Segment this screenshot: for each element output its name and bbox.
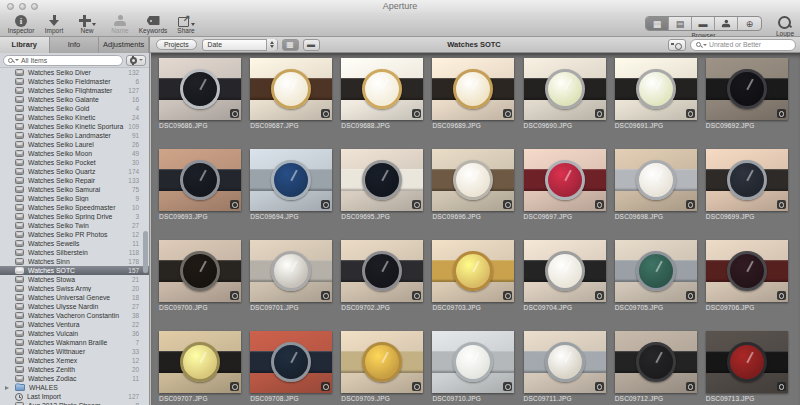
- sidebar-item-watches-ventura[interactable]: Watches Ventura 22: [0, 320, 149, 329]
- sidebar-item-watches-stowa[interactable]: Watches Stowa 21: [0, 275, 149, 284]
- sidebar-item-watches-seiko-kinetic[interactable]: Watches Seiko Kinetic 24: [0, 113, 149, 122]
- sidebar-item-watches-seiko-kinetic-sportura[interactable]: Watches Seiko Kinetic Sportura 109: [0, 122, 149, 131]
- photo-badge-icon[interactable]: [686, 200, 695, 209]
- photo-thumbnail[interactable]: [432, 331, 514, 393]
- projects-button[interactable]: Projects: [156, 39, 197, 50]
- sidebar-item-watches-seiko-pr-photos[interactable]: Watches Seiko PR Photos 12: [0, 230, 149, 239]
- photo-thumbnail[interactable]: [250, 149, 332, 211]
- sidebar-item-watches-seiko-samurai[interactable]: Watches Seiko Samurai 75: [0, 185, 149, 194]
- sidebar-item-watches-sotc[interactable]: Watches SOTC 157: [0, 266, 149, 275]
- photo-thumbnail[interactable]: [432, 58, 514, 120]
- sidebar-item-watches-wittnauer[interactable]: Watches Wittnauer 33: [0, 347, 149, 356]
- list-view-toggle[interactable]: ▬: [303, 39, 320, 51]
- photo-badge-icon[interactable]: [412, 200, 421, 209]
- sidebar-item-watches-seiko-speedmaster[interactable]: Watches Seiko Speedmaster 10: [0, 203, 149, 212]
- photo-thumbnail[interactable]: [250, 58, 332, 120]
- photo-badge-icon[interactable]: [503, 200, 512, 209]
- sidebar-item-watches-sewells[interactable]: Watches Sewells 11: [0, 239, 149, 248]
- photo-thumbnail[interactable]: [341, 240, 423, 302]
- photo-thumbnail[interactable]: [250, 240, 332, 302]
- sidebar-item-watches-xemex[interactable]: Watches Xemex 12: [0, 356, 149, 365]
- sidebar-item-watches-sinn[interactable]: Watches Sinn 178: [0, 257, 149, 266]
- photo-badge-icon[interactable]: [321, 291, 330, 300]
- photo-thumbnail[interactable]: [159, 240, 241, 302]
- sidebar-item-watches-vacheron-constantin[interactable]: Watches Vacheron Constantin 38: [0, 311, 149, 320]
- tab-library[interactable]: Library: [0, 37, 50, 53]
- photo-badge-icon[interactable]: [503, 291, 512, 300]
- sidebar-item-watches-seiko-twin[interactable]: Watches Seiko Twin 27: [0, 221, 149, 230]
- photo-thumbnail[interactable]: [615, 58, 697, 120]
- photo-thumbnail[interactable]: [615, 331, 697, 393]
- photo-badge-icon[interactable]: [503, 382, 512, 391]
- photo-thumbnail[interactable]: [706, 240, 788, 302]
- photo-badge-icon[interactable]: [230, 291, 239, 300]
- sidebar-item-watches-zodiac[interactable]: Watches Zodiac 11: [0, 374, 149, 383]
- photo-thumbnail[interactable]: [341, 331, 423, 393]
- viewer-view-button[interactable]: ▬: [692, 17, 715, 30]
- photo-badge-icon[interactable]: [777, 200, 786, 209]
- photo-badge-icon[interactable]: [321, 382, 330, 391]
- photo-badge-icon[interactable]: [230, 382, 239, 391]
- sidebar-item-watches-seiko-quartz[interactable]: Watches Seiko Quartz 174: [0, 167, 149, 176]
- sidebar-item-watches-seiko-fieldmaster[interactable]: Watches Seiko Fieldmaster 6: [0, 77, 149, 86]
- photo-thumbnail[interactable]: [615, 149, 697, 211]
- sidebar-item-whales[interactable]: WHALES: [0, 383, 149, 392]
- sidebar-item-watches-seiko-gold[interactable]: Watches Seiko Gold 4: [0, 104, 149, 113]
- sidebar-item-watches-seiko-flightmaster[interactable]: Watches Seiko Flightmaster 127: [0, 86, 149, 95]
- sidebar-item-watches-wakmann-braille[interactable]: Watches Wakmann Braille 7: [0, 338, 149, 347]
- library-search-field[interactable]: All Items: [3, 55, 123, 66]
- sidebar-item-watches-seiko-pocket[interactable]: Watches Seiko Pocket 30: [0, 158, 149, 167]
- photo-thumbnail[interactable]: [706, 149, 788, 211]
- sidebar-item-watches-zenith[interactable]: Watches Zenith 20: [0, 365, 149, 374]
- new-button[interactable]: New: [72, 14, 102, 34]
- photo-badge-icon[interactable]: [412, 109, 421, 118]
- tab-info[interactable]: Info: [50, 37, 100, 53]
- photo-thumbnail[interactable]: [341, 58, 423, 120]
- tab-adjustments[interactable]: Adjustments: [99, 37, 149, 53]
- photo-thumbnail[interactable]: [706, 58, 788, 120]
- sidebar-item-watches-vulcain[interactable]: Watches Vulcain 36: [0, 329, 149, 338]
- sidebar-item-watches-seiko-diver[interactable]: Watches Seiko Diver 132: [0, 68, 149, 77]
- sidebar-item-watches-seiko-moon[interactable]: Watches Seiko Moon 49: [0, 149, 149, 158]
- photo-badge-icon[interactable]: [595, 382, 604, 391]
- sidebar-item-watches-seiko-spring-drive[interactable]: Watches Seiko Spring Drive 3: [0, 212, 149, 221]
- sidebar-item-watches-seiko-repair[interactable]: Watches Seiko Repair 133: [0, 176, 149, 185]
- photo-thumbnail[interactable]: [524, 331, 606, 393]
- minimize-window-button[interactable]: [19, 3, 26, 10]
- loupe-button[interactable]: Loupe: [776, 16, 794, 37]
- photo-badge-icon[interactable]: [777, 382, 786, 391]
- photo-badge-icon[interactable]: [595, 109, 604, 118]
- disclosure-triangle-icon[interactable]: [5, 386, 9, 390]
- photo-badge-icon[interactable]: [412, 291, 421, 300]
- photo-thumbnail[interactable]: [432, 240, 514, 302]
- photo-badge-icon[interactable]: [777, 109, 786, 118]
- sidebar-action-button[interactable]: [126, 55, 146, 66]
- grid-view-toggle[interactable]: ▦: [282, 39, 299, 51]
- rating-search-field[interactable]: Unrated or Better: [690, 39, 796, 51]
- photo-thumbnail[interactable]: [706, 331, 788, 393]
- sidebar-item-watches-swiss-army[interactable]: Watches Swiss Army 20: [0, 284, 149, 293]
- photo-thumbnail[interactable]: [524, 58, 606, 120]
- photo-badge-icon[interactable]: [230, 200, 239, 209]
- photo-thumbnail[interactable]: [159, 149, 241, 211]
- photo-thumbnail[interactable]: [159, 331, 241, 393]
- photo-badge-icon[interactable]: [686, 109, 695, 118]
- photo-badge-icon[interactable]: [595, 291, 604, 300]
- sidebar-item-aug-2012-photo-stream[interactable]: Aug 2012 Photo Stream 8: [0, 401, 149, 405]
- sidebar-item-watches-seiko-landmaster[interactable]: Watches Seiko Landmaster 91: [0, 131, 149, 140]
- sort-dropdown[interactable]: Date: [202, 39, 278, 51]
- photo-badge-icon[interactable]: [321, 109, 330, 118]
- photo-thumbnail[interactable]: [524, 149, 606, 211]
- import-button[interactable]: Import: [39, 14, 69, 34]
- sidebar-item-watches-seiko-laurel[interactable]: Watches Seiko Laurel 26: [0, 140, 149, 149]
- faces-view-button[interactable]: [715, 17, 738, 30]
- photo-badge-icon[interactable]: [230, 109, 239, 118]
- photo-thumbnail[interactable]: [524, 240, 606, 302]
- sidebar-item-watches-ulysse-nardin[interactable]: Watches Ulysse Nardin 27: [0, 302, 149, 311]
- photo-badge-icon[interactable]: [686, 382, 695, 391]
- sidebar-item-watches-universal-geneve[interactable]: Watches Universal Geneve 18: [0, 293, 149, 302]
- sidebar-item-watches-silberstein[interactable]: Watches Silberstein 118: [0, 248, 149, 257]
- zoom-window-button[interactable]: [31, 3, 38, 10]
- photo-badge-icon[interactable]: [412, 382, 421, 391]
- inspector-button[interactable]: Inspector: [6, 14, 36, 34]
